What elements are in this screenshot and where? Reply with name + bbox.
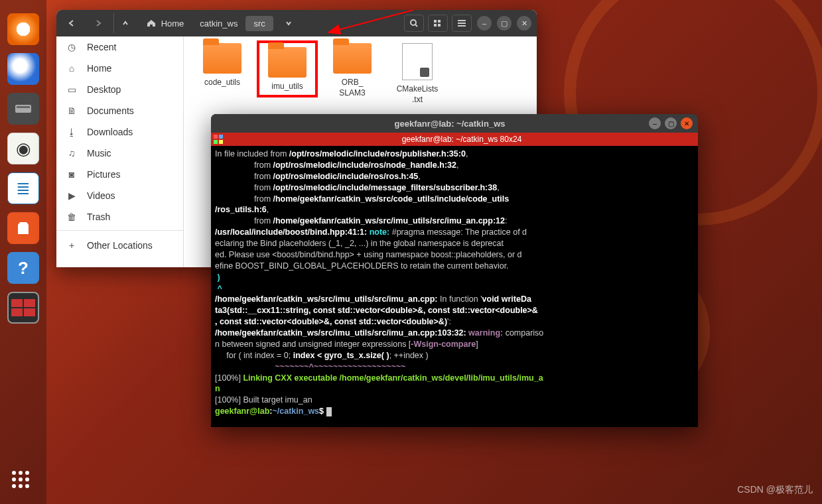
watermark: CSDN @极客范儿 xyxy=(737,484,813,496)
terminal-title: geekfanr@lab: ~/catkin_ws xyxy=(251,119,649,129)
sidebar-item-desktop[interactable]: ▭Desktop xyxy=(56,79,183,100)
view-toggle-button[interactable] xyxy=(428,15,448,32)
plus-icon: + xyxy=(66,240,78,251)
sidebar-item-music[interactable]: ♫Music xyxy=(56,143,183,164)
close-button[interactable]: ✕ xyxy=(517,16,531,31)
music-icon: ♫ xyxy=(66,148,78,158)
svg-point-6 xyxy=(411,20,416,25)
sidebar-item-trash[interactable]: 🗑Trash xyxy=(56,206,183,227)
folder-icon xyxy=(268,47,307,78)
terminal-minimize-button[interactable]: – xyxy=(649,117,661,129)
files-sidebar: ◷Recent ⌂Home ▭Desktop 🗎Documents ⭳Downl… xyxy=(56,36,184,267)
minimize-button[interactable]: – xyxy=(477,16,492,31)
rhythmbox-icon[interactable]: ◉ xyxy=(7,133,39,164)
path-src[interactable]: src xyxy=(245,16,273,31)
nav-back-button[interactable] xyxy=(60,13,83,33)
terminal-titlebar: geekfanr@lab: ~/catkin_ws – ▢ ✕ xyxy=(211,114,698,133)
svg-rect-8 xyxy=(438,20,441,23)
terminal-dock-icon[interactable] xyxy=(7,292,39,324)
sidebar-item-home[interactable]: ⌂Home xyxy=(56,58,183,79)
documents-icon: 🗎 xyxy=(66,105,78,116)
folder-imu-utils[interactable]: imu_utils xyxy=(259,43,315,95)
maximize-button[interactable]: ▢ xyxy=(497,16,512,31)
path-menu-button[interactable] xyxy=(113,13,136,33)
terminal-tab-bar: geekfanr@lab: ~/catkin_ws 80x24 xyxy=(211,133,698,146)
videos-icon: ▶ xyxy=(66,190,78,201)
svg-rect-1 xyxy=(17,106,30,108)
sidebar-item-pictures[interactable]: ◙Pictures xyxy=(56,164,183,185)
help-icon[interactable]: ? xyxy=(7,252,39,284)
text-file-icon xyxy=(402,43,433,80)
apps-grid-button[interactable] xyxy=(12,471,29,488)
svg-rect-0 xyxy=(15,105,31,113)
hamburger-button[interactable] xyxy=(452,15,472,32)
nav-forward-button[interactable] xyxy=(87,13,109,33)
thunderbird-icon[interactable] xyxy=(7,53,39,85)
terminal-window: geekfanr@lab: ~/catkin_ws – ▢ ✕ geekfanr… xyxy=(211,114,698,427)
dock: ◉ ≣ ? xyxy=(0,0,46,504)
svg-rect-7 xyxy=(434,20,437,23)
svg-rect-5 xyxy=(24,308,35,316)
sidebar-item-other-locations[interactable]: +Other Locations xyxy=(56,230,183,256)
folder-orb-slam3[interactable]: ORB_ SLAM3 xyxy=(324,43,380,98)
desktop-icon: ▭ xyxy=(66,84,78,95)
terminal-close-button[interactable]: ✕ xyxy=(681,117,693,129)
svg-rect-10 xyxy=(438,24,441,27)
folder-code-utils[interactable]: code_utils xyxy=(194,43,250,88)
folder-icon xyxy=(333,43,372,74)
file-cmakelists[interactable]: CMakeLists .txt xyxy=(389,43,445,105)
cursor xyxy=(326,407,332,416)
writer-icon[interactable]: ≣ xyxy=(7,172,39,204)
files-titlebar: Home catkin_ws src – ▢ ✕ xyxy=(56,10,537,36)
path-catkin-ws[interactable]: catkin_ws xyxy=(192,16,245,31)
path-bar: Home catkin_ws src xyxy=(139,13,300,33)
svg-rect-9 xyxy=(434,24,437,27)
download-icon: ⭳ xyxy=(66,127,78,137)
clock-icon: ◷ xyxy=(66,42,78,52)
path-home[interactable]: Home xyxy=(139,16,192,31)
svg-rect-2 xyxy=(11,299,23,307)
home-icon: ⌂ xyxy=(66,63,78,74)
terminator-logo-icon xyxy=(214,135,223,144)
sidebar-item-videos[interactable]: ▶Videos xyxy=(56,185,183,206)
search-button[interactable] xyxy=(404,15,424,32)
svg-rect-3 xyxy=(24,299,35,307)
sidebar-item-recent[interactable]: ◷Recent xyxy=(56,36,183,58)
terminal-output[interactable]: In file included from /opt/ros/melodic/i… xyxy=(211,146,698,427)
software-icon[interactable] xyxy=(7,212,39,244)
svg-rect-4 xyxy=(11,308,23,316)
sidebar-item-documents[interactable]: 🗎Documents xyxy=(56,100,183,121)
firefox-icon[interactable] xyxy=(7,13,39,45)
pictures-icon: ◙ xyxy=(66,169,78,180)
files-icon[interactable] xyxy=(7,93,39,125)
terminal-tab-label[interactable]: geekfanr@lab: ~/catkin_ws 80x24 xyxy=(226,135,698,144)
sidebar-item-downloads[interactable]: ⭳Downloads xyxy=(56,121,183,143)
folder-icon xyxy=(203,43,241,74)
trash-icon: 🗑 xyxy=(66,212,78,222)
terminal-maximize-button[interactable]: ▢ xyxy=(665,117,677,129)
path-overflow-button[interactable] xyxy=(277,13,300,33)
